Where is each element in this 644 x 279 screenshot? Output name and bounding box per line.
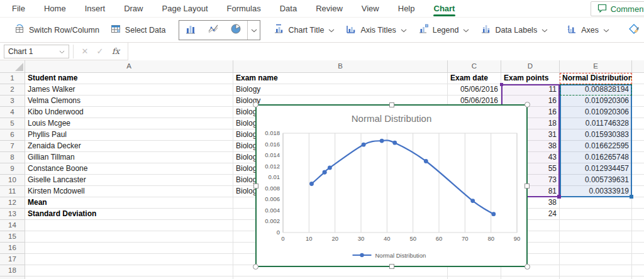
insert-function-button[interactable]: fx — [108, 46, 124, 56]
select-all-button[interactable] — [0, 60, 25, 73]
column-header-D[interactable]: D — [501, 60, 560, 73]
row-header-13[interactable]: 13 — [0, 209, 25, 220]
switch-row-column-button[interactable]: Switch Row/Column — [9, 20, 105, 40]
cell-C1[interactable]: Exam date — [448, 73, 501, 84]
format-button[interactable]: Format — [623, 20, 644, 40]
cell-F5[interactable] — [632, 118, 644, 129]
row-header-9[interactable]: 9 — [0, 163, 25, 175]
cell-A16[interactable] — [25, 243, 233, 254]
cell-C2[interactable]: 05/06/2016 — [448, 84, 501, 96]
ribbon-tab-review[interactable]: Review — [306, 0, 352, 17]
column-chart-type-button[interactable] — [179, 21, 202, 40]
legend-button[interactable]: Legend — [413, 20, 475, 40]
cell-A18[interactable] — [25, 265, 233, 276]
cell-A17[interactable] — [25, 254, 233, 265]
column-header-C[interactable]: C — [448, 60, 501, 73]
row-header-19[interactable]: 19 — [0, 276, 25, 279]
cell-A12[interactable]: Mean — [25, 197, 233, 209]
cell-E18[interactable] — [560, 265, 632, 276]
cell-A14[interactable] — [25, 220, 233, 231]
cell-A10[interactable]: Giselle Lancaster — [25, 175, 233, 186]
comments-button[interactable]: Comment — [591, 1, 644, 16]
column-header-B[interactable]: B — [233, 60, 448, 73]
cell-A1[interactable]: Student name — [25, 73, 233, 84]
cell-D1[interactable]: Exam points — [501, 73, 560, 84]
chart-resize-handle[interactable] — [525, 102, 530, 107]
cell-A4[interactable]: Kibo Underwood — [25, 107, 233, 118]
cell-A19[interactable] — [25, 276, 233, 279]
cell-D19[interactable] — [501, 276, 560, 279]
row-header-10[interactable]: 10 — [0, 175, 25, 186]
cell-C19[interactable] — [448, 276, 501, 279]
row-header-7[interactable]: 7 — [0, 141, 25, 152]
cell-F8[interactable] — [632, 152, 644, 163]
cell-E3[interactable]: 0.010920306 — [560, 96, 632, 107]
cell-F18[interactable] — [632, 265, 644, 276]
purple-range-fill-handle[interactable] — [557, 195, 561, 199]
row-header-14[interactable]: 14 — [0, 220, 25, 231]
row-header-12[interactable]: 12 — [0, 197, 25, 209]
cell-B19[interactable] — [233, 276, 448, 279]
cell-F19[interactable] — [632, 276, 644, 279]
cancel-entry-icon[interactable]: ✕ — [77, 46, 92, 56]
row-header-16[interactable]: 16 — [0, 243, 25, 254]
row-header-11[interactable]: 11 — [0, 186, 25, 197]
cell-A8[interactable]: Gillian Tillman — [25, 152, 233, 163]
axes-button[interactable]: Axes — [561, 20, 615, 40]
data-labels-button[interactable]: Data Labels — [475, 20, 553, 40]
cell-A13[interactable]: Standard Deviation — [25, 209, 233, 220]
select-data-button[interactable]: Select Data — [105, 20, 172, 40]
ribbon-tab-view[interactable]: View — [352, 0, 389, 17]
chart-resize-handle[interactable] — [389, 264, 394, 269]
cell-F15[interactable] — [632, 231, 644, 243]
axis-titles-button[interactable]: Axis Titles — [340, 20, 412, 40]
chart-title-button[interactable]: Chart Title — [268, 20, 340, 40]
chart-object[interactable]: 010203040506070809000.0020.0040.0060.008… — [255, 104, 528, 267]
column-header-A[interactable]: A — [25, 60, 233, 73]
ribbon-tab-formulas[interactable]: Formulas — [218, 0, 270, 17]
ribbon-tab-help[interactable]: Help — [389, 0, 425, 17]
cell-A6[interactable]: Phyllis Paul — [25, 129, 233, 141]
cell-F12[interactable] — [632, 197, 644, 209]
cell-F14[interactable] — [632, 220, 644, 231]
cell-B1[interactable]: Exam name — [233, 73, 448, 84]
cell-A2[interactable]: James Walker — [25, 84, 233, 96]
row-header-8[interactable]: 8 — [0, 152, 25, 163]
blue-range-fill-handle[interactable] — [630, 195, 633, 199]
row-header-3[interactable]: 3 — [0, 96, 25, 107]
ribbon-tab-home[interactable]: Home — [35, 0, 75, 17]
ribbon-tab-data[interactable]: Data — [270, 0, 306, 17]
cell-E5[interactable]: 0.011746328 — [560, 118, 632, 129]
cell-F3[interactable] — [632, 96, 644, 107]
cell-A7[interactable]: Zenaida Decker — [25, 141, 233, 152]
cell-F1[interactable] — [632, 73, 644, 84]
row-header-17[interactable]: 17 — [0, 254, 25, 265]
cell-A9[interactable]: Constance Boone — [25, 163, 233, 175]
row-header-6[interactable]: 6 — [0, 129, 25, 141]
formula-input[interactable] — [128, 43, 644, 60]
confirm-entry-icon[interactable]: ✓ — [92, 46, 108, 56]
chart-resize-handle[interactable] — [253, 102, 258, 107]
cell-A3[interactable]: Velma Clemons — [25, 96, 233, 107]
cell-E16[interactable] — [560, 243, 632, 254]
cell-E15[interactable] — [560, 231, 632, 243]
cell-E14[interactable] — [560, 220, 632, 231]
line-chart-type-button[interactable] — [202, 21, 225, 40]
row-header-18[interactable]: 18 — [0, 265, 25, 276]
cell-E11[interactable]: 0.00333919 — [560, 186, 632, 197]
cell-E8[interactable]: 0.016265748 — [560, 152, 632, 163]
chart-resize-handle[interactable] — [525, 183, 530, 189]
column-header-E[interactable]: E — [560, 60, 632, 73]
cell-E9[interactable]: 0.012934457 — [560, 163, 632, 175]
cell-E10[interactable]: 0.005739631 — [560, 175, 632, 186]
cell-E2[interactable]: 0.008828194 — [560, 84, 632, 96]
ribbon-tab-chart[interactable]: Chart — [425, 0, 465, 17]
cell-D2[interactable]: 11 — [501, 84, 560, 96]
chart-resize-handle[interactable] — [525, 264, 530, 270]
chart-resize-handle[interactable] — [253, 183, 258, 189]
cell-F11[interactable] — [632, 186, 644, 197]
row-header-1[interactable]: 1 — [0, 73, 25, 84]
purple-range-handle[interactable] — [500, 83, 503, 86]
cell-A11[interactable]: Kirsten Mcdowell — [25, 186, 233, 197]
cell-F4[interactable] — [632, 107, 644, 118]
